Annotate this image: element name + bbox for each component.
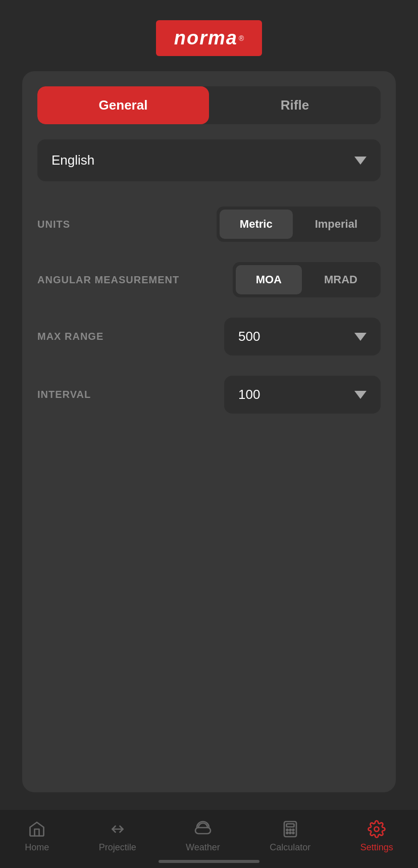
nav-item-home[interactable]: Home bbox=[25, 820, 49, 853]
settings-icon bbox=[368, 820, 386, 838]
nav-item-settings[interactable]: Settings bbox=[360, 820, 393, 853]
units-toggle-group: Metric Imperial bbox=[217, 207, 381, 242]
tab-rifle[interactable]: Rifle bbox=[209, 86, 381, 124]
svg-point-4 bbox=[292, 829, 294, 831]
projectile-icon bbox=[109, 820, 127, 838]
logo-text: norma bbox=[174, 27, 238, 49]
max-range-value: 500 bbox=[238, 329, 260, 344]
logo: norma® bbox=[156, 20, 262, 56]
calculator-icon bbox=[281, 820, 299, 838]
language-dropdown[interactable]: English bbox=[37, 139, 381, 181]
nav-item-calculator[interactable]: Calculator bbox=[270, 820, 310, 853]
nav-label-home: Home bbox=[25, 842, 49, 853]
units-label: UNITS bbox=[37, 219, 70, 230]
angular-measurement-row: ANGULAR MEASUREMENT MOA MRAD bbox=[37, 252, 381, 308]
chevron-down-icon bbox=[354, 157, 367, 165]
bottom-nav: Home Projectile Weather Calcul bbox=[0, 810, 418, 868]
units-imperial-btn[interactable]: Imperial bbox=[295, 210, 378, 239]
svg-point-2 bbox=[286, 829, 288, 831]
interval-label: INTERVAL bbox=[37, 389, 91, 400]
angular-toggle-group: MOA MRAD bbox=[233, 262, 381, 297]
svg-point-5 bbox=[286, 832, 288, 834]
logo-registered: ® bbox=[239, 34, 244, 42]
svg-point-3 bbox=[289, 829, 291, 831]
nav-item-projectile[interactable]: Projectile bbox=[99, 820, 136, 853]
interval-value: 100 bbox=[238, 387, 260, 402]
units-metric-btn[interactable]: Metric bbox=[220, 210, 293, 239]
tab-container: General Rifle bbox=[37, 86, 381, 124]
interval-chevron-icon bbox=[354, 391, 367, 399]
nav-label-projectile: Projectile bbox=[99, 842, 136, 853]
svg-point-7 bbox=[292, 832, 294, 834]
angular-mrad-btn[interactable]: MRAD bbox=[304, 265, 378, 294]
nav-label-settings: Settings bbox=[360, 842, 393, 853]
interval-row: INTERVAL 100 bbox=[37, 366, 381, 424]
max-range-dropdown[interactable]: 500 bbox=[224, 318, 381, 355]
nav-label-calculator: Calculator bbox=[270, 842, 310, 853]
tab-general[interactable]: General bbox=[37, 86, 209, 124]
svg-point-8 bbox=[375, 827, 379, 832]
svg-point-6 bbox=[289, 832, 291, 834]
max-range-row: MAX RANGE 500 bbox=[37, 308, 381, 366]
units-row: UNITS Metric Imperial bbox=[37, 196, 381, 252]
svg-rect-1 bbox=[286, 824, 294, 827]
angular-measurement-label: ANGULAR MEASUREMENT bbox=[37, 274, 179, 286]
interval-dropdown[interactable]: 100 bbox=[224, 376, 381, 414]
header: norma® bbox=[0, 0, 418, 71]
weather-icon bbox=[194, 820, 212, 838]
main-card: General Rifle English UNITS Metric Imper… bbox=[22, 71, 396, 792]
language-value: English bbox=[51, 152, 94, 168]
home-icon bbox=[28, 820, 46, 838]
angular-moa-btn[interactable]: MOA bbox=[236, 265, 302, 294]
nav-label-weather: Weather bbox=[186, 842, 220, 853]
max-range-label: MAX RANGE bbox=[37, 331, 103, 342]
max-range-chevron-icon bbox=[354, 333, 367, 341]
nav-item-weather[interactable]: Weather bbox=[186, 820, 220, 853]
home-indicator bbox=[159, 860, 259, 863]
